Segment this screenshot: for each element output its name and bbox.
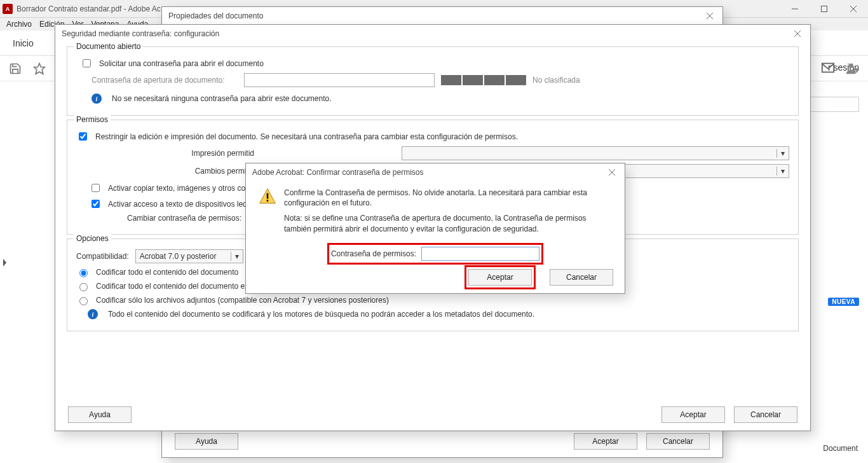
info-icon: i — [88, 309, 98, 319]
encrypt-attachments-radio[interactable] — [79, 297, 88, 305]
right-panel: NUEVA — [828, 298, 859, 306]
add-user-icon[interactable]: + — [845, 61, 859, 75]
mail-icon[interactable] — [821, 61, 835, 75]
enable-screenreader-label: Activar acceso a texto de dispositivos l… — [108, 200, 253, 209]
new-badge: NUEVA — [828, 298, 859, 306]
password-rating: No clasificada — [532, 76, 580, 85]
open-password-input[interactable] — [244, 73, 435, 87]
save-icon[interactable] — [9, 62, 22, 75]
accept-button[interactable]: Aceptar — [468, 269, 532, 286]
cancel-button[interactable]: Cancelar — [646, 433, 710, 450]
restrict-editing-checkbox[interactable] — [79, 132, 87, 141]
close-icon[interactable] — [701, 9, 719, 23]
help-button[interactable]: Ayuda — [68, 406, 132, 423]
home-tab[interactable]: Inicio — [0, 38, 46, 48]
changes-allowed-label: Cambios permitid — [165, 167, 254, 176]
dialog-confirm-password: Adobe Acrobat: Confirmar contraseña de p… — [245, 163, 625, 294]
require-open-password-checkbox[interactable] — [83, 59, 91, 67]
maximize-button[interactable] — [810, 0, 839, 18]
svg-rect-17 — [267, 193, 268, 199]
svg-text:+: + — [855, 69, 857, 73]
password-strength-meter — [441, 75, 526, 85]
svg-rect-1 — [822, 6, 827, 11]
encrypt-attachments-label: Codificar sólo los archivos adjuntos (co… — [96, 296, 389, 305]
svg-rect-18 — [267, 200, 268, 202]
enable-copy-label: Activar copiar texto, imágenes y otros c… — [108, 184, 250, 193]
info-icon: i — [92, 93, 102, 104]
dialog-title: Seguridad mediante contraseña: configura… — [62, 29, 219, 38]
dialog-title: Adobe Acrobat: Confirmar contraseña de p… — [252, 168, 423, 177]
accept-button[interactable]: Aceptar — [661, 406, 725, 423]
perm-password-label: Contraseña de permisos: — [331, 249, 416, 258]
warning-icon — [259, 188, 276, 205]
encrypt-all-label: Codificar todo el contenido del document… — [96, 268, 238, 277]
open-password-label: Contraseña de apertura de documento: — [92, 76, 238, 85]
legend: Permisos — [74, 115, 111, 124]
printing-allowed-select[interactable]: ▾ — [402, 146, 789, 160]
close-icon[interactable] — [603, 165, 621, 179]
compat-select[interactable]: Acrobat 7.0 y posterior ▾ — [135, 249, 243, 263]
legend: Documento abierto — [74, 42, 143, 51]
close-icon[interactable] — [789, 27, 806, 41]
compat-value: Acrobat 7.0 y posterior — [140, 252, 217, 261]
change-perm-password-label: Cambiar contraseña de permisos: — [127, 214, 261, 223]
cancel-button[interactable]: Cancelar — [734, 406, 797, 423]
window-title: Borrador Contrato estandar.pdf - Adobe A… — [17, 4, 161, 13]
options-info-text: Todo el contenido del documento se codif… — [108, 310, 534, 319]
close-button[interactable] — [839, 0, 868, 18]
encrypt-except-meta-radio[interactable] — [79, 283, 88, 291]
left-panel-toggle[interactable] — [0, 253, 9, 272]
help-button[interactable]: Ayuda — [175, 433, 238, 450]
cancel-button[interactable]: Cancelar — [550, 269, 613, 286]
compat-label: Compatibilidad: — [76, 252, 129, 261]
restrict-editing-label: Restringir la edición e impresión del do… — [95, 132, 518, 141]
require-open-password-label: Solicitar una contraseña para abrir el d… — [99, 59, 264, 68]
chevron-down-icon: ▾ — [776, 149, 785, 158]
highlight-accept: Aceptar — [465, 265, 536, 289]
dialog-title: Propiedades del documento — [168, 11, 263, 20]
minimize-button[interactable] — [780, 0, 810, 18]
confirm-text-2: Nota: si se define una Contraseña de ape… — [284, 213, 612, 233]
svg-marker-5 — [3, 259, 6, 266]
app-icon: A — [3, 4, 13, 14]
perm-password-input[interactable] — [421, 247, 539, 261]
encrypt-all-radio[interactable] — [79, 269, 88, 277]
enable-screenreader-checkbox[interactable] — [92, 200, 100, 208]
star-icon[interactable] — [33, 62, 46, 75]
chevron-down-icon: ▾ — [231, 252, 239, 261]
highlight-password-row: Contraseña de permisos: — [327, 243, 543, 265]
svg-marker-4 — [34, 63, 45, 74]
legend: Opciones — [74, 234, 111, 243]
svg-point-7 — [849, 64, 853, 68]
confirm-text-1: Confirme la Contraseña de permisos. No o… — [284, 188, 612, 208]
chevron-down-icon: ▾ — [776, 167, 785, 176]
enable-copy-checkbox[interactable] — [92, 184, 100, 192]
group-document-open: Documento abierto Solicitar una contrase… — [67, 46, 799, 116]
printing-allowed-label: Impresión permitid — [165, 149, 254, 158]
menu-archivo[interactable]: Archivo — [4, 20, 34, 29]
accept-button[interactable]: Aceptar — [574, 433, 637, 450]
open-info-text: No se necesitará ninguna contraseña para… — [112, 94, 332, 103]
right-doc-label: Document — [823, 444, 858, 453]
